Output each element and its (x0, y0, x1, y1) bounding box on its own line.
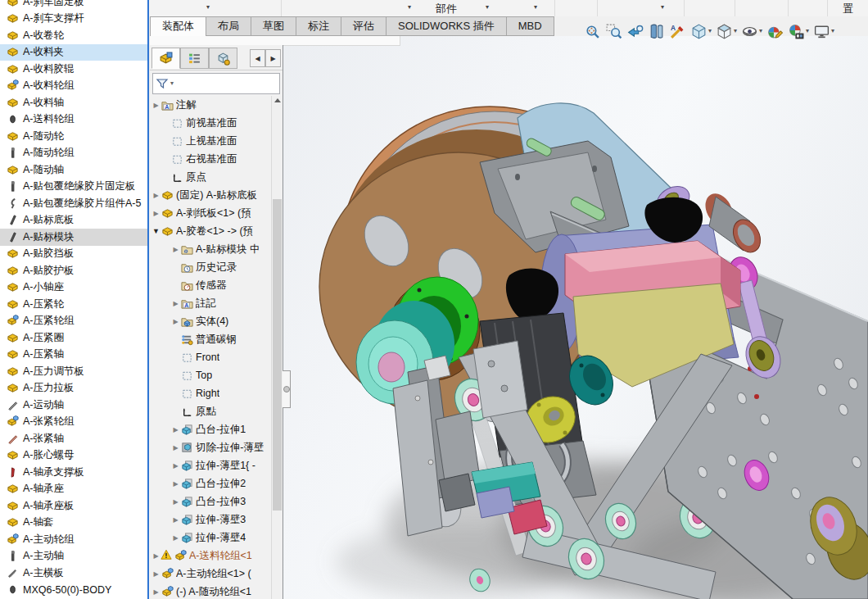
scroll-up-arrow[interactable] (274, 98, 281, 102)
list-item[interactable]: A-压紧轴 (0, 347, 147, 364)
panel-scroll-right-button[interactable]: ▶ (265, 49, 281, 67)
panel-scroll-left-button[interactable]: ◀ (250, 49, 265, 67)
view-settings-button[interactable]: ▾ (812, 22, 835, 41)
tree-item[interactable]: 原點 (150, 402, 272, 420)
dropdown-caret[interactable]: ▾ (534, 3, 537, 11)
section-view-button[interactable] (647, 22, 666, 41)
list-item[interactable]: A-轴承座 (0, 481, 147, 498)
tree-item[interactable]: ▶A註記 (150, 294, 272, 312)
list-item[interactable]: A-主动轴 (0, 548, 147, 565)
filter-caret-icon[interactable]: ▾ (170, 80, 174, 87)
tree-item[interactable]: 普通碳钢 (150, 330, 272, 348)
tab-草图[interactable]: 草图 (251, 16, 296, 36)
tree-item[interactable]: ▶A-送料轮组<1 (150, 547, 272, 565)
edit-appearance-button[interactable] (766, 22, 784, 41)
tab-布局[interactable]: 布局 (206, 16, 251, 36)
tree-filter-box[interactable]: ▾ (152, 73, 280, 94)
tab-propertymanager[interactable] (180, 48, 209, 69)
list-item[interactable]: A-压力拉板 (0, 380, 147, 397)
list-item[interactable]: A-压力调节板 (0, 363, 147, 380)
expand-arrow-icon[interactable]: ▶ (171, 300, 180, 307)
list-item[interactable]: A-贴标模块 (0, 229, 147, 246)
apply-scene-button[interactable]: ▾ (787, 22, 810, 41)
tree-item[interactable]: ▶A-剥纸板<1> (預 (150, 204, 272, 222)
tree-item[interactable]: 历史记录 (150, 258, 272, 276)
tab-featuremanager-tree[interactable] (151, 48, 180, 69)
tab-标注[interactable]: 标注 (296, 16, 341, 36)
tree-item[interactable]: 上视基准面 (150, 132, 272, 150)
dropdown-caret-icon[interactable]: ▾ (734, 28, 737, 34)
tree-item[interactable]: ▶凸台-拉伸3 (150, 492, 272, 511)
list-item[interactable]: A-收料轮组 (0, 78, 147, 95)
view-orientation-button[interactable]: ▾ (689, 22, 712, 41)
list-item[interactable]: A-随动轮 (0, 128, 147, 145)
expand-arrow-icon[interactable]: ▶ (151, 552, 160, 560)
list-item[interactable]: A-贴胶护板 (0, 262, 147, 279)
tree-scrollbar[interactable] (271, 96, 283, 599)
list-item[interactable]: A-收料夹 (0, 44, 147, 61)
dropdown-caret-icon[interactable]: ▾ (708, 28, 712, 34)
expand-arrow-icon[interactable]: ▶ (171, 318, 180, 325)
ribbon-button-label[interactable]: 部件 (436, 2, 457, 16)
list-item[interactable]: A-胀心螺母 (0, 447, 147, 465)
tree-item[interactable]: ▼A-胶卷<1> -> (預 (150, 222, 272, 240)
expand-arrow-icon[interactable]: ▶ (151, 210, 160, 217)
ribbon-button-label[interactable]: 置 (843, 2, 853, 16)
expand-arrow-icon[interactable]: ▶ (151, 570, 160, 578)
tree-item[interactable]: ▶A注解 (150, 96, 272, 114)
expand-arrow-icon[interactable]: ▶ (171, 480, 180, 488)
tab-solidworks-addins[interactable]: SOLIDWORKS 插件 (387, 16, 507, 36)
zoom-to-fit-button[interactable] (583, 22, 602, 41)
expand-arrow-icon[interactable]: ▶ (171, 534, 180, 542)
tab-configurationmanager[interactable] (209, 48, 237, 69)
tree-item[interactable]: ▶A-主动轮组<1> ( (150, 565, 272, 583)
tab-MBD[interactable]: MBD (507, 16, 554, 36)
expand-arrow-icon[interactable]: ▶ (171, 444, 180, 452)
dropdown-caret[interactable]: ▾ (486, 3, 489, 11)
tab-评估[interactable]: 评估 (341, 16, 387, 36)
dropdown-caret-icon[interactable]: ▾ (806, 28, 809, 34)
sketch-annotation-button[interactable]: A (668, 22, 687, 41)
dropdown-caret-icon[interactable]: ▾ (759, 28, 762, 34)
tree-item[interactable]: 右视基准面 (150, 150, 272, 168)
expand-arrow-icon[interactable]: ▶ (171, 246, 180, 253)
list-item[interactable]: A-贴标底板 (0, 212, 147, 229)
tree-item[interactable]: ▶拉伸-薄壁4 (150, 529, 272, 547)
list-item[interactable]: A-随动轴 (0, 161, 147, 179)
list-item[interactable]: A-张紧轴 (0, 430, 147, 447)
list-item[interactable]: A-轴承座板 (0, 497, 147, 515)
dropdown-caret-icon[interactable]: ▾ (831, 28, 834, 34)
list-item[interactable]: A-收卷轮 (0, 27, 147, 44)
list-item[interactable]: A-轴套 (0, 515, 147, 532)
list-item[interactable]: MXQ6-50(0)-BODY (0, 582, 147, 599)
expand-arrow-icon[interactable]: ▶ (171, 462, 180, 470)
list-item[interactable]: A-压紧轮 (0, 296, 147, 313)
expand-arrow-icon[interactable]: ▶ (171, 426, 180, 433)
tree-item[interactable]: ▶实体(4) (150, 312, 272, 330)
scrollbar-thumb[interactable] (273, 199, 282, 511)
panel-splitter-handle[interactable] (283, 370, 291, 408)
list-item[interactable]: A-主横板 (0, 565, 147, 582)
tree-item[interactable]: ▶(固定) A-贴标底板 (150, 186, 272, 204)
tree-item[interactable]: ▶拉伸-薄壁3 (150, 511, 272, 529)
tree-item[interactable]: 前视基准面 (150, 114, 272, 132)
hide-show-items-button[interactable]: ▾ (740, 22, 763, 41)
list-item[interactable]: A-送料轮组 (0, 111, 147, 129)
tab-装配体[interactable]: 装配体 (150, 16, 206, 36)
tree-item[interactable]: ▶拉伸-薄壁1{ - (150, 456, 272, 474)
dropdown-caret[interactable]: ▾ (206, 3, 210, 11)
tree-item[interactable]: Top (150, 366, 272, 384)
list-item[interactable]: A-刹车固定板 (0, 0, 147, 11)
list-item[interactable]: A-张紧轮组 (0, 414, 147, 431)
list-item[interactable]: A-收料轴 (0, 94, 147, 111)
list-item[interactable]: A-压紧圈 (0, 329, 147, 347)
zoom-to-area-button[interactable] (604, 22, 623, 41)
list-item[interactable]: A-收料胶辊 (0, 61, 147, 78)
collapse-arrow-icon[interactable]: ▼ (151, 227, 160, 235)
list-item[interactable]: A-轴承支撑板 (0, 464, 147, 481)
display-style-button[interactable]: ▾ (715, 22, 738, 41)
previous-view-button[interactable] (626, 22, 644, 41)
tree-item[interactable]: ▶切除-拉伸-薄壁 (150, 438, 272, 456)
tree-item[interactable]: Right (150, 384, 272, 402)
tree-item[interactable]: ▶A-贴标模块 中 (150, 240, 272, 258)
